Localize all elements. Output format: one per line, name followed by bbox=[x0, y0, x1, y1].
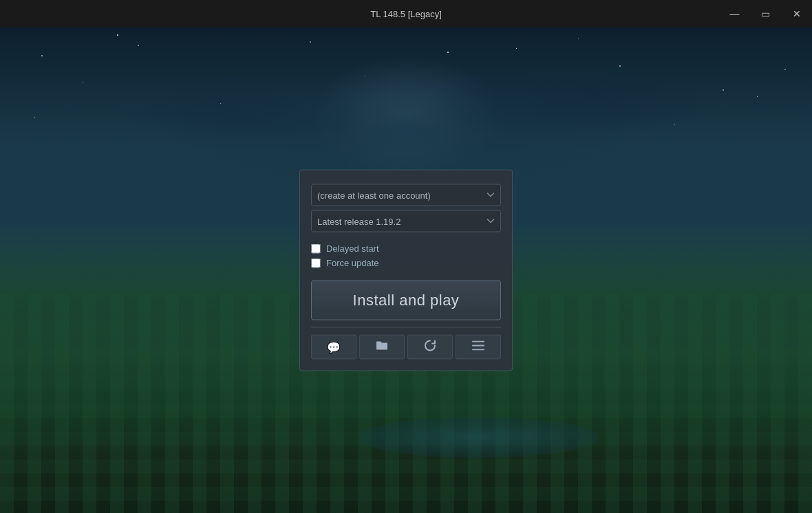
force-update-checkbox[interactable] bbox=[311, 258, 321, 268]
folder-button[interactable] bbox=[359, 335, 405, 360]
version-select[interactable]: Latest release 1.19.2 bbox=[311, 210, 501, 232]
account-select[interactable]: (create at least one account) bbox=[311, 184, 501, 206]
maximize-button[interactable]: ▭ bbox=[750, 0, 781, 28]
close-button[interactable]: ✕ bbox=[781, 0, 812, 28]
hamburger-icon bbox=[472, 341, 484, 353]
chat-icon: 💬 bbox=[327, 340, 341, 353]
refresh-button[interactable] bbox=[407, 335, 453, 360]
svg-rect-0 bbox=[472, 341, 484, 342]
svg-rect-1 bbox=[472, 345, 484, 347]
delayed-start-label[interactable]: Delayed start bbox=[326, 243, 379, 254]
menu-button[interactable] bbox=[456, 335, 501, 360]
background: (create at least one account) Latest rel… bbox=[0, 28, 812, 513]
options-checkboxes: Delayed start Force update bbox=[311, 243, 501, 268]
force-update-row: Force update bbox=[311, 258, 501, 268]
window-controls: — ▭ ✕ bbox=[719, 0, 812, 28]
window-title: TL 148.5 [Legacy] bbox=[370, 9, 442, 19]
install-and-play-button[interactable]: Install and play bbox=[311, 281, 501, 320]
folder-icon bbox=[376, 340, 388, 354]
delayed-start-row: Delayed start bbox=[311, 243, 501, 254]
svg-rect-2 bbox=[472, 349, 484, 351]
title-bar: TL 148.5 [Legacy] — ▭ ✕ bbox=[0, 0, 812, 28]
refresh-icon bbox=[424, 340, 436, 355]
minimize-button[interactable]: — bbox=[719, 0, 750, 28]
water-reflection bbox=[358, 417, 599, 458]
clouds bbox=[0, 48, 812, 186]
delayed-start-checkbox[interactable] bbox=[311, 243, 321, 253]
launcher-dialog: (create at least one account) Latest rel… bbox=[299, 170, 513, 371]
chat-button[interactable]: 💬 bbox=[311, 335, 356, 360]
icon-bar: 💬 bbox=[311, 327, 501, 360]
force-update-label[interactable]: Force update bbox=[326, 258, 379, 268]
